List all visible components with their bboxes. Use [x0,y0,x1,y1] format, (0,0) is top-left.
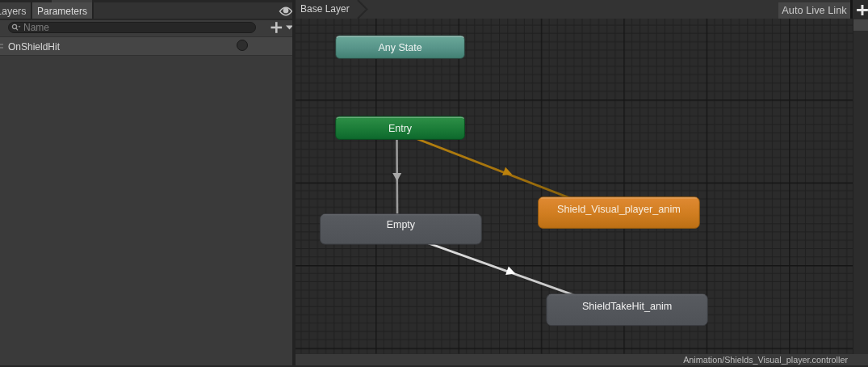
svg-text:Any State: Any State [378,42,421,53]
svg-text:Shield_Visual_player_anim: Shield_Visual_player_anim [557,204,681,215]
svg-text:Empty: Empty [387,219,416,230]
svg-text:Entry: Entry [388,123,413,134]
svg-text:ShieldTakeHit_anim: ShieldTakeHit_anim [582,301,672,312]
